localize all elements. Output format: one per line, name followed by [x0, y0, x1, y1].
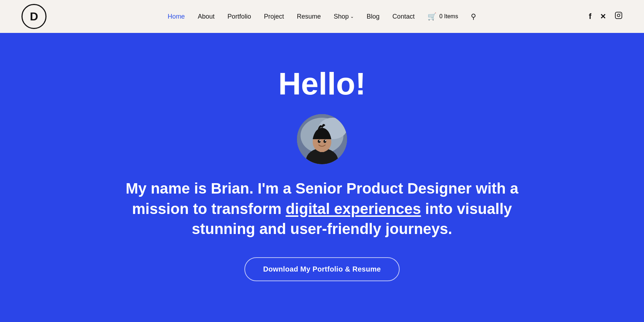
logo-letter: D [30, 10, 38, 23]
download-cta-button[interactable]: Download My Portfolio & Resume [244, 257, 399, 281]
nav-home[interactable]: Home [168, 13, 185, 20]
avatar-image [297, 114, 347, 164]
facebook-icon: f [589, 12, 591, 21]
nav-blog[interactable]: Blog [367, 13, 380, 20]
logo[interactable]: D [21, 4, 47, 29]
avatar [297, 114, 347, 164]
nav-project[interactable]: Project [264, 13, 284, 20]
instagram-link[interactable] [615, 11, 623, 21]
cart-items-count: 0 Items [439, 13, 458, 20]
instagram-icon [615, 12, 623, 21]
svg-point-11 [319, 140, 321, 141]
facebook-link[interactable]: f [589, 12, 591, 21]
social-links: f ✕ [589, 11, 623, 21]
search-button[interactable]: ⚲ [471, 12, 476, 21]
svg-rect-0 [615, 12, 622, 19]
hero-desc-highlight: digital experiences [286, 200, 421, 217]
nav-portfolio[interactable]: Portfolio [228, 13, 251, 20]
nav-about[interactable]: About [198, 13, 215, 20]
nav-shop-wrapper[interactable]: Shop ⌄ [334, 13, 354, 20]
nav-contact[interactable]: Contact [392, 13, 415, 20]
svg-point-2 [620, 13, 621, 14]
hero-section: Hello! [0, 33, 644, 322]
svg-point-12 [325, 140, 326, 141]
nav-resume[interactable]: Resume [297, 13, 321, 20]
nav-shop[interactable]: Shop [334, 13, 349, 20]
header: D Home About Portfolio Project Resume Sh… [0, 0, 644, 33]
main-nav: Home About Portfolio Project Resume Shop… [168, 12, 477, 21]
hero-title: Hello! [278, 67, 366, 101]
twitter-x-icon: ✕ [600, 13, 606, 20]
nav-cart[interactable]: 🛒 0 Items [428, 12, 458, 21]
shop-chevron-icon: ⌄ [350, 14, 354, 19]
twitter-x-link[interactable]: ✕ [600, 12, 606, 21]
hero-description: My name is Brian. I'm a Senior Product D… [125, 179, 519, 239]
svg-point-1 [617, 14, 620, 16]
cart-icon: 🛒 [428, 12, 436, 21]
